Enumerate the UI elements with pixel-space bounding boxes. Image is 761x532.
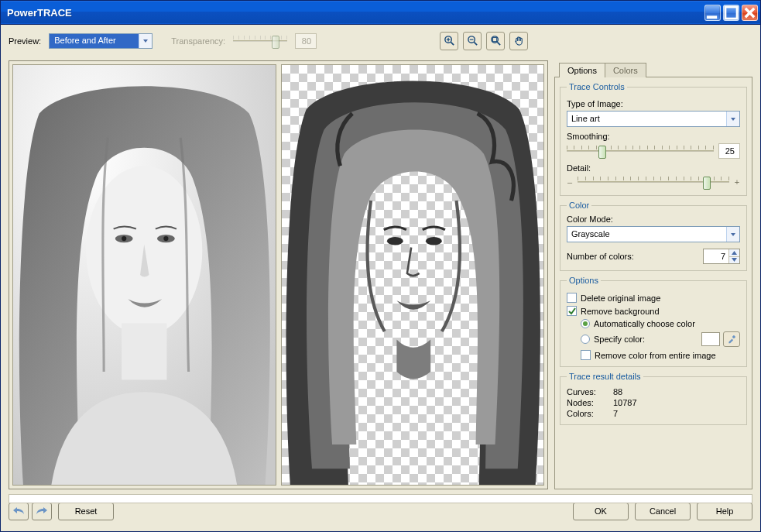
undo-button[interactable] [9,503,29,520]
results-legend: Trace result details [567,372,643,381]
smoothing-value[interactable]: 25 [718,143,740,159]
preview-mode-select[interactable]: Before and After [49,33,153,49]
auto-color-radio[interactable]: Automatically choose color [581,319,695,328]
specify-color-label: Specify color: [594,335,645,344]
before-image [13,65,276,485]
spin-up-icon[interactable] [729,249,739,257]
detail-max-icon: + [734,177,740,187]
transparency-value: 80 [295,33,317,49]
bottom-area: Reset OK Cancel Help [1,493,760,531]
group-options: Options Delete original image Remove bac… [560,276,747,367]
specify-color-swatch[interactable] [701,332,720,346]
options-legend: Options [567,276,601,285]
zoom-in-button[interactable] [440,32,458,50]
num-colors-spinner[interactable] [703,249,740,264]
svg-rect-1 [725,6,737,18]
curves-label: Curves: [567,387,608,396]
preview-container [9,60,548,489]
window-title: PowerTRACE [7,7,704,19]
close-button[interactable] [742,5,758,21]
maximize-button[interactable] [723,5,739,21]
redo-icon [36,506,48,517]
spin-down-icon[interactable] [729,257,739,264]
detail-slider[interactable] [578,175,729,189]
color-mode-select[interactable]: Grayscale [567,226,740,242]
top-toolbar: Preview: Before and After Transparency: … [1,25,760,57]
type-of-image-value: Line art [567,112,726,126]
minimize-button[interactable] [704,5,721,21]
progress-bar [9,494,752,503]
tab-page-options: Trace Controls Type of Image: Line art [554,77,752,489]
dialog-body: Preview: Before and After Transparency: … [1,24,760,531]
colors-label: Colors: [567,409,608,418]
reset-button[interactable]: Reset [58,503,114,520]
num-colors-value[interactable] [704,249,728,263]
after-image [282,65,544,485]
chevron-down-icon [726,112,739,126]
transparency-slider [233,34,287,48]
color-mode-label: Color Mode: [567,215,740,224]
svg-rect-21 [732,335,735,338]
svg-line-7 [474,42,477,45]
detail-min-icon: – [567,177,573,187]
undo-icon [12,506,25,517]
remove-background-checkbox[interactable]: Remove background [567,306,660,316]
svg-point-18 [163,236,168,241]
titlebar: PowerTRACE [1,1,760,24]
remove-entire-checkbox[interactable]: Remove color from entire image [581,350,716,360]
preview-before[interactable] [12,64,276,486]
tab-colors[interactable]: Colors [605,63,646,77]
colors-value: 7 [613,409,660,418]
color-legend: Color [567,201,591,210]
zoom-fit-icon [490,35,502,48]
svg-point-19 [386,237,403,245]
zoom-toolbar [440,32,528,50]
color-mode-value: Grayscale [567,227,726,242]
chevron-down-icon [139,34,152,48]
svg-point-17 [122,236,126,241]
svg-rect-0 [707,15,717,19]
main-area: Options Colors Trace Controls Type of Im… [1,57,760,493]
svg-rect-11 [492,37,496,41]
svg-rect-14 [122,324,166,380]
side-tabs: Options Colors [554,60,752,77]
transparency-label: Transparency: [171,36,225,46]
group-color: Color Color Mode: Grayscale Number of co… [560,201,747,271]
zoom-fit-button[interactable] [486,32,505,50]
eyedropper-icon [727,334,737,345]
redo-button[interactable] [32,503,52,520]
cancel-button[interactable]: Cancel [635,503,691,520]
pan-button[interactable] [509,32,528,50]
svg-point-20 [425,237,441,245]
tab-options[interactable]: Options [559,63,605,77]
help-button[interactable]: Help [697,503,752,520]
zoom-out-button[interactable] [463,32,482,50]
chevron-down-icon [726,227,739,242]
titlebar-buttons [704,5,759,21]
nodes-label: Nodes: [567,398,608,407]
undo-redo-group [9,503,52,520]
preview-after[interactable] [281,64,545,486]
remove-entire-label: Remove color from entire image [595,351,716,360]
type-of-image-select[interactable]: Line art [567,111,740,127]
zoom-out-icon [467,35,478,48]
num-colors-label: Number of colors: [567,252,634,261]
delete-original-checkbox[interactable]: Delete original image [567,293,660,303]
nodes-value: 10787 [613,398,660,407]
auto-color-label: Automatically choose color [594,319,695,328]
svg-line-3 [451,42,454,45]
delete-original-label: Delete original image [581,293,660,303]
preview-label: Preview: [9,36,41,46]
preview-mode-value: Before and After [50,34,139,48]
eyedropper-button[interactable] [723,331,740,347]
detail-label: Detail: [567,163,740,173]
smoothing-slider[interactable] [567,144,714,158]
svg-line-10 [497,42,500,45]
type-of-image-label: Type of Image: [567,99,740,108]
ok-button[interactable]: OK [573,503,629,520]
specify-color-radio[interactable]: Specify color: [581,335,645,344]
side-panel: Options Colors Trace Controls Type of Im… [554,60,752,489]
window: PowerTRACE Preview: Before and After Tr [0,0,761,532]
zoom-in-icon [444,35,455,48]
remove-background-label: Remove background [581,307,660,316]
